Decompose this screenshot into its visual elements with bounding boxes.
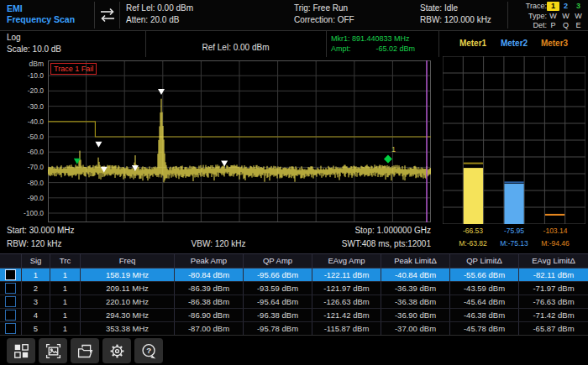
meter2-value: -75.95 bbox=[492, 227, 536, 235]
y-tick-label: -30.0 bbox=[0, 102, 44, 111]
table-cell: -71.42 dBm bbox=[519, 309, 588, 321]
trace-2-type: W bbox=[559, 12, 572, 21]
mode-title-line2: Frequency Scan bbox=[7, 14, 75, 25]
trace-label: Trace: bbox=[526, 2, 547, 11]
file-icon bbox=[76, 342, 94, 360]
top-header: EMI Frequency Scan Ref Lel: 0.00 dBm Att… bbox=[0, 0, 588, 30]
table-cell: 158.19 MHz bbox=[81, 269, 175, 281]
bottom-toolbar: ? Д ЦЕНТР ИЗМЕРИТЕЛЬНОЙ ТЕХНИКИ ЭТАЛОН Т… bbox=[0, 335, 588, 365]
ref-atten-block: Ref Lel: 0.00 dBm Atten: 20.0 dB bbox=[126, 3, 193, 26]
table-cell: -76.63 dBm bbox=[519, 295, 588, 308]
trace-1-toggle[interactable]: 1 bbox=[547, 2, 559, 11]
table-row[interactable]: 31220.10 MHz-86.38 dBm-95.64 dBm-126.63 … bbox=[0, 295, 588, 309]
table-cell: -87.00 dBm bbox=[175, 322, 244, 335]
type-label: Type: bbox=[528, 12, 547, 21]
table-row[interactable]: 51353.38 MHz-87.00 dBm-95.78 dBm-115.87 … bbox=[0, 322, 588, 336]
meter1-max-value: M:-63.82 bbox=[451, 239, 495, 248]
checkbox-cell bbox=[0, 322, 22, 335]
trig-block: Trig: Free Run Correction: OFF bbox=[294, 3, 354, 26]
y-tick-label: -70.0 bbox=[0, 163, 44, 171]
atten-label: Atten: 20.0 dB bbox=[126, 14, 193, 26]
checkbox-cell bbox=[0, 269, 22, 281]
svg-text:1: 1 bbox=[391, 145, 396, 154]
meter3-label: Meter3 bbox=[531, 39, 578, 48]
table-cell: -45.78 dBm bbox=[450, 322, 519, 335]
table-cell: -36.38 dBm bbox=[381, 295, 450, 308]
file-manager-button[interactable] bbox=[71, 338, 99, 363]
table-cell: 1 bbox=[50, 269, 81, 281]
table-row[interactable]: 41294.30 MHz-86.90 dBm-96.38 dBm-121.42 … bbox=[0, 309, 588, 322]
row-checkbox[interactable] bbox=[5, 310, 16, 321]
help-button[interactable]: ? bbox=[134, 338, 163, 363]
table-cell: -36.39 dBm bbox=[381, 282, 450, 295]
y-tick-label: -90.0 bbox=[0, 194, 44, 202]
column-header: EAvg Amp bbox=[312, 254, 381, 268]
y-tick-label: -60.0 bbox=[0, 148, 44, 156]
column-header: QP LimitΔ bbox=[450, 254, 519, 268]
table-cell: 1 bbox=[22, 269, 50, 281]
column-header: Freq bbox=[81, 254, 175, 268]
trace-2-det: Q bbox=[559, 21, 572, 30]
row-checkbox[interactable] bbox=[5, 296, 16, 307]
swt-annotation: SWT:408 ms, pts:12001 bbox=[286, 239, 431, 248]
settings-gear-icon bbox=[108, 342, 126, 360]
table-cell: -71.97 dBm bbox=[519, 282, 588, 295]
state-label: State: Idle bbox=[420, 3, 491, 14]
y-tick-label: -100.0 bbox=[0, 209, 44, 217]
table-cell: -86.38 dBm bbox=[175, 295, 244, 308]
help-icon: ? bbox=[140, 342, 158, 360]
table-cell: -95.64 dBm bbox=[244, 295, 312, 308]
repeat-icon bbox=[98, 7, 117, 23]
table-cell: 2 bbox=[22, 282, 50, 295]
table-cell: -82.11 dBm bbox=[519, 269, 588, 281]
table-cell: 1 bbox=[50, 295, 81, 308]
table-cell: -46.38 dBm bbox=[450, 309, 519, 321]
marker-ampt-label: Ampt: bbox=[331, 44, 351, 54]
rbw-annotation: RBW: 120 kHz bbox=[7, 239, 61, 248]
column-header: Peak LimitΔ bbox=[381, 254, 450, 268]
table-row[interactable]: 11158.19 MHz-80.84 dBm-95.66 dBm-122.11 … bbox=[0, 269, 588, 282]
row-checkbox[interactable] bbox=[5, 269, 16, 280]
trace-3-type: W bbox=[572, 12, 585, 21]
meter1-value: -66.53 bbox=[451, 227, 495, 235]
row-checkbox[interactable] bbox=[5, 323, 16, 334]
table-cell: -126.63 dBm bbox=[312, 295, 381, 308]
rbw-label: RBW: 120.000 kHz bbox=[420, 14, 491, 26]
screenshot-button[interactable] bbox=[39, 338, 67, 363]
marker-readout: Mkr1: 891.440833 MHz Ampt: -65.02 dBm bbox=[331, 34, 415, 54]
checkbox-cell bbox=[0, 282, 22, 295]
header-checkbox-cell bbox=[0, 254, 22, 268]
signal-table[interactable]: SigTrcFreqPeak AmpQP AmpEAvg AmpPeak Lim… bbox=[0, 253, 588, 336]
table-cell: -95.66 dBm bbox=[244, 269, 312, 281]
table-cell: -36.90 dBm bbox=[381, 309, 450, 321]
table-cell: -65.87 dBm bbox=[519, 322, 588, 335]
column-header: QP Amp bbox=[244, 254, 312, 268]
meter3-max-value: M:-94.46 bbox=[533, 239, 577, 248]
table-cell: -86.90 dBm bbox=[175, 309, 244, 321]
settings-button[interactable] bbox=[102, 338, 131, 363]
table-cell: -95.78 dBm bbox=[244, 322, 312, 335]
mode-menu[interactable]: EMI Frequency Scan bbox=[7, 3, 75, 25]
signal-table-header: SigTrcFreqPeak AmpQP AmpEAvg AmpPeak Lim… bbox=[0, 254, 588, 269]
continuous-sweep-button[interactable] bbox=[98, 7, 117, 27]
state-block: State: Idle RBW: 120.000 kHz bbox=[420, 3, 491, 26]
table-cell: -122.11 dBm bbox=[312, 269, 381, 281]
table-row[interactable]: 21209.11 MHz-86.39 dBm-93.59 dBm-121.97 … bbox=[0, 282, 588, 295]
start-freq-label: Start: 30.000 MHz bbox=[7, 226, 75, 235]
spectrum-plot[interactable]: 1 bbox=[48, 60, 431, 222]
table-cell: -86.39 dBm bbox=[175, 282, 244, 295]
checkbox-cell bbox=[0, 309, 22, 321]
home-menu-button[interactable] bbox=[7, 338, 35, 363]
table-cell: -55.66 dBm bbox=[450, 269, 519, 281]
trace-2-toggle[interactable]: 2 bbox=[559, 2, 572, 11]
trace-panel[interactable]: Trace: 1 2 3 Type: W W W Det: P Q E bbox=[511, 2, 585, 31]
trace-3-toggle[interactable]: 3 bbox=[572, 2, 585, 11]
signal-table-body: 11158.19 MHz-80.84 dBm-95.66 dBm-122.11 … bbox=[0, 269, 588, 336]
vbw-annotation: VBW: 120 kHz bbox=[168, 239, 269, 248]
row-checkbox[interactable] bbox=[5, 283, 16, 294]
table-cell: 3 bbox=[22, 295, 50, 308]
marker-freq-readout: Mkr1: 891.440833 MHz bbox=[331, 34, 415, 44]
table-cell: -93.59 dBm bbox=[244, 282, 312, 295]
trig-label: Trig: Free Run bbox=[294, 3, 354, 14]
limit-fail-indicator: Trace 1 Fail bbox=[50, 63, 97, 75]
